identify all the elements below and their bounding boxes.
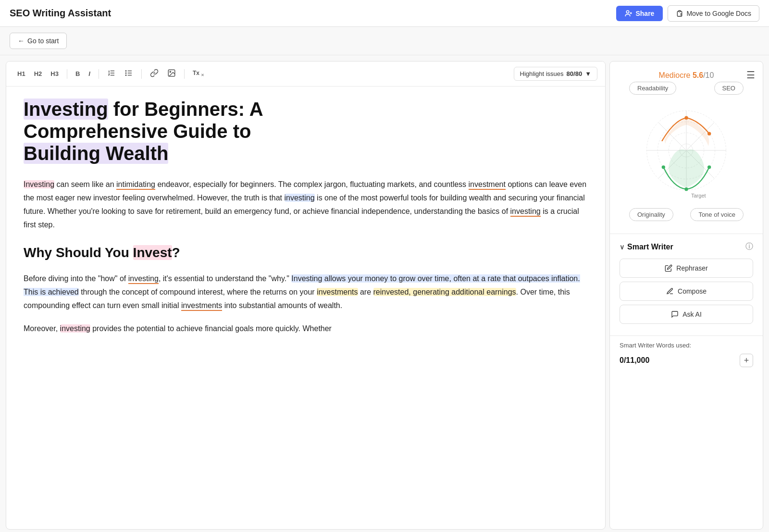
smart-writer-label: Smart Writer	[627, 243, 673, 251]
google-docs-button[interactable]: Move to Google Docs	[668, 5, 759, 22]
tab-originality[interactable]: Originality	[629, 208, 673, 221]
title-highlight-1: Investing	[24, 99, 108, 120]
words-used-section: Smart Writer Words used: 0/11,000 +	[610, 335, 763, 373]
article-paragraph-2: Before diving into the "how" of investin…	[24, 272, 588, 312]
toolbar-separator-4	[184, 69, 185, 79]
image-icon	[167, 69, 176, 77]
info-icon[interactable]: ⓘ	[745, 242, 753, 252]
tab-seo[interactable]: SEO	[714, 82, 744, 95]
rephraser-button[interactable]: Rephraser	[620, 259, 753, 278]
collapse-icon[interactable]: ∨	[620, 243, 624, 251]
share-button[interactable]: Share	[616, 6, 663, 21]
tab-readability[interactable]: Readability	[629, 82, 676, 95]
radar-chart-container: Target	[620, 98, 753, 208]
radar-bottom-tabs: Originality Tone of voice	[620, 208, 753, 229]
clear-format-x: ✕	[201, 74, 204, 78]
svg-point-28	[662, 165, 665, 169]
link-button[interactable]	[147, 66, 162, 81]
highlight-investing-2: investing	[285, 194, 315, 202]
clear-format-label: Tx	[193, 70, 199, 76]
svg-point-14	[125, 75, 126, 76]
app-header: SEO Writing Assistant Share Move to Goog…	[0, 0, 769, 27]
score-section: ☰ Mediocre 5.6/10 Readability SEO	[610, 62, 763, 234]
highlight-investing-1: Investing	[24, 180, 54, 188]
toolbar-separator-1	[67, 69, 67, 79]
svg-point-12	[125, 71, 126, 72]
h1-button[interactable]: H1	[14, 68, 29, 80]
editor-content[interactable]: Investing for Beginners: A Comprehensive…	[6, 87, 605, 529]
three-dot-menu[interactable]: ☰	[746, 69, 755, 81]
share-icon	[625, 10, 633, 17]
clear-format-button[interactable]: Tx ✕	[189, 67, 208, 80]
go-to-start-button[interactable]: ← Go to start	[10, 33, 67, 49]
article-paragraph-1: Investing can seem like an intimidating …	[24, 178, 588, 232]
score-label: Mediocre 5.6/10	[620, 71, 753, 80]
ul-icon	[124, 69, 133, 77]
svg-point-26	[707, 132, 711, 136]
compose-icon	[666, 287, 674, 295]
link-icon	[150, 69, 159, 77]
article-h2-1: Why Should You Invest?	[24, 241, 588, 264]
bold-button[interactable]: B	[72, 68, 83, 80]
h3-button[interactable]: H3	[47, 68, 62, 80]
header-actions: Share Move to Google Docs	[616, 5, 759, 22]
title-highlight-2: Building Wealth	[24, 143, 168, 164]
ordered-list-button[interactable]	[104, 66, 119, 81]
editor-panel: H1 H2 H3 B I Tx ✕	[6, 61, 606, 530]
arrow-left-icon: ←	[18, 37, 25, 45]
add-words-button[interactable]: +	[740, 354, 753, 367]
smart-writer-header: ∨ Smart Writer ⓘ	[620, 242, 753, 252]
ask-ai-icon	[671, 310, 679, 318]
word-count: 80/80	[567, 70, 583, 77]
highlight-label: Highlight issues	[520, 70, 564, 77]
subheader: ← Go to start	[0, 27, 769, 55]
score-out-of: /10	[703, 71, 714, 79]
radar-top-tabs: Readability SEO	[620, 82, 753, 95]
highlight-invest: Invest	[133, 245, 172, 260]
svg-point-13	[125, 73, 126, 74]
highlight-reinvested: reinvested, generating additional earnin…	[373, 288, 516, 296]
highlight-dropdown[interactable]: Highlight issues 80/80 ▼	[514, 67, 597, 81]
svg-point-0	[627, 11, 629, 13]
score-value: 5.6	[693, 71, 703, 79]
italic-button[interactable]: I	[85, 68, 94, 80]
svg-point-25	[684, 116, 688, 120]
ask-ai-button[interactable]: Ask AI	[620, 305, 753, 324]
ol-icon	[107, 69, 116, 77]
svg-point-27	[684, 187, 688, 191]
dropdown-arrow-icon: ▼	[585, 70, 591, 77]
radar-chart	[633, 98, 739, 203]
highlight-intimidating: intimidating	[116, 180, 155, 190]
article-title: Investing for Beginners: A Comprehensive…	[24, 98, 588, 164]
h2-button[interactable]: H2	[31, 68, 46, 80]
highlight-investments-2: investments	[181, 301, 222, 311]
toolbar-separator-2	[99, 69, 99, 79]
right-panel: ☰ Mediocre 5.6/10 Readability SEO	[609, 61, 763, 530]
google-docs-icon	[676, 10, 683, 17]
toolbar-separator-3	[141, 69, 142, 79]
main-layout: H1 H2 H3 B I Tx ✕	[0, 55, 769, 532]
highlight-investments-1: investments	[317, 288, 358, 296]
words-used-row: 0/11,000 +	[620, 354, 753, 367]
highlight-investing-3: investing	[510, 207, 541, 217]
svg-point-16	[170, 71, 171, 72]
svg-rect-3	[679, 11, 681, 12]
target-label: Target	[691, 193, 706, 198]
compose-button[interactable]: Compose	[620, 282, 753, 301]
svg-point-29	[707, 165, 711, 169]
tab-tone-of-voice[interactable]: Tone of voice	[690, 208, 744, 221]
image-button[interactable]	[164, 66, 179, 81]
words-count: 0/11,000	[620, 356, 649, 365]
rephraser-icon	[665, 264, 672, 272]
words-used-label: Smart Writer Words used:	[620, 342, 753, 349]
editor-toolbar: H1 H2 H3 B I Tx ✕	[6, 62, 605, 87]
highlight-investing-4: investing	[128, 274, 159, 284]
highlight-investment-1: investment	[469, 180, 506, 190]
highlight-investing-6: investing	[60, 324, 90, 333]
smart-writer-title: ∨ Smart Writer	[620, 243, 673, 251]
unordered-list-button[interactable]	[121, 66, 136, 81]
smart-writer-section: ∨ Smart Writer ⓘ Rephraser Compose Ask A…	[610, 234, 763, 335]
app-title: SEO Writing Assistant	[10, 8, 111, 19]
article-paragraph-3: Moreover, investing provides the potenti…	[24, 322, 588, 335]
